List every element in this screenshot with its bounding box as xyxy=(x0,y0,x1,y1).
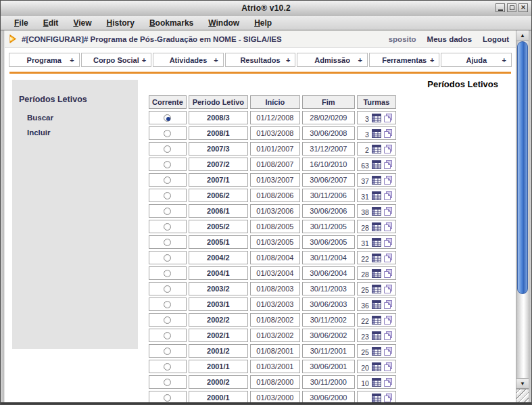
copy-icon[interactable] xyxy=(383,160,393,169)
detail-table-icon[interactable] xyxy=(372,285,381,293)
menu-edit[interactable]: Edit xyxy=(37,17,66,29)
tab-corpo-social[interactable]: Corpo Social+ xyxy=(81,53,152,67)
copy-icon[interactable] xyxy=(383,285,393,293)
tab-atividades[interactable]: Atividades+ xyxy=(153,53,224,67)
meus-dados-link[interactable]: Meus dados xyxy=(427,35,472,43)
detail-table-icon[interactable] xyxy=(372,207,381,216)
tab-expand-plus-icon[interactable]: + xyxy=(142,56,146,64)
title-bar[interactable]: Atrio® v10.2 ✕ xyxy=(1,1,531,16)
detail-table-icon[interactable] xyxy=(372,300,381,309)
sidebar-item-buscar[interactable]: Buscar xyxy=(27,114,132,122)
detail-table-icon[interactable] xyxy=(372,378,381,387)
corrente-radio[interactable] xyxy=(164,161,171,168)
corrente-radio[interactable] xyxy=(164,270,171,277)
corrente-radio[interactable] xyxy=(164,208,171,215)
copy-icon[interactable] xyxy=(383,394,393,402)
copy-icon[interactable] xyxy=(383,145,393,153)
corrente-radio[interactable] xyxy=(164,176,171,184)
detail-table-icon[interactable] xyxy=(372,191,381,200)
menu-history[interactable]: History xyxy=(100,17,141,29)
inicio-cell: 01/08/2006 xyxy=(250,189,300,202)
inicio-cell: 01/08/2007 xyxy=(250,158,300,171)
fim-cell: 30/06/2002 xyxy=(302,329,355,342)
copy-icon[interactable] xyxy=(383,222,393,231)
close-button[interactable]: ✕ xyxy=(518,3,528,12)
copy-icon[interactable] xyxy=(383,347,393,356)
detail-table-icon[interactable] xyxy=(372,254,381,262)
corrente-radio[interactable] xyxy=(164,301,171,308)
tab-expand-plus-icon[interactable]: + xyxy=(286,56,290,64)
turmas-count: 22 xyxy=(361,317,369,325)
window-frame-right xyxy=(529,30,531,402)
copy-icon[interactable] xyxy=(383,114,393,122)
copy-icon[interactable] xyxy=(383,238,393,247)
sidebar-item-incluir[interactable]: Incluir xyxy=(27,128,132,137)
copy-icon[interactable] xyxy=(383,191,393,200)
tab-ferramentas[interactable]: Ferramentas+ xyxy=(369,53,440,67)
detail-table-icon[interactable] xyxy=(372,129,381,138)
scrollbar-track[interactable] xyxy=(516,41,529,378)
corrente-radio[interactable] xyxy=(164,239,171,246)
copy-icon[interactable] xyxy=(383,316,393,325)
minimize-button[interactable] xyxy=(495,3,505,12)
tab-expand-plus-icon[interactable]: + xyxy=(70,56,74,64)
detail-table-icon[interactable] xyxy=(372,145,381,153)
detail-table-icon[interactable] xyxy=(372,222,381,231)
tab-expand-plus-icon[interactable]: + xyxy=(214,56,218,64)
tab-programa[interactable]: Programa+ xyxy=(9,53,80,67)
copy-icon[interactable] xyxy=(383,207,393,216)
menu-window[interactable]: Window xyxy=(201,17,246,29)
detail-table-icon[interactable] xyxy=(372,394,381,402)
tab-ajuda[interactable]: Ajuda+ xyxy=(441,53,512,67)
scroll-up-button[interactable]: ▲ xyxy=(516,30,529,41)
menu-view[interactable]: View xyxy=(66,17,98,29)
detail-table-icon[interactable] xyxy=(372,269,381,278)
menu-file[interactable]: File xyxy=(7,17,35,29)
tab-expand-plus-icon[interactable]: + xyxy=(358,56,362,64)
maximize-button[interactable] xyxy=(507,3,516,12)
detail-table-icon[interactable] xyxy=(372,160,381,169)
detail-table-icon[interactable] xyxy=(372,316,381,325)
detail-table-icon[interactable] xyxy=(372,347,381,356)
corrente-radio[interactable] xyxy=(164,192,171,199)
logout-link[interactable]: Logout xyxy=(483,35,509,43)
periodo-cell: 2002/2 xyxy=(189,313,248,327)
copy-icon[interactable] xyxy=(383,254,393,262)
corrente-radio[interactable] xyxy=(164,363,171,371)
detail-table-icon[interactable] xyxy=(372,362,381,371)
periods-table: Corrente Periodo Letivo Início Fim Turma… xyxy=(147,93,398,402)
corrente-radio[interactable] xyxy=(164,223,171,231)
copy-icon[interactable] xyxy=(383,176,393,185)
copy-icon[interactable] xyxy=(383,378,393,387)
corrente-radio[interactable] xyxy=(164,254,171,262)
menu-help[interactable]: Help xyxy=(247,17,279,29)
corrente-radio[interactable] xyxy=(164,316,171,324)
tab-expand-plus-icon[interactable]: + xyxy=(430,56,434,64)
menu-bookmarks[interactable]: Bookmarks xyxy=(143,17,200,29)
copy-icon[interactable] xyxy=(383,331,393,340)
table-row: 2004/1 01/03/2004 30/06/2004 28 xyxy=(149,266,396,280)
corrente-radio[interactable] xyxy=(164,285,171,293)
corrente-radio[interactable] xyxy=(164,332,171,339)
corrente-radio[interactable] xyxy=(164,130,171,137)
detail-table-icon[interactable] xyxy=(372,114,381,122)
tab-admissão[interactable]: Admissão+ xyxy=(297,53,368,67)
corrente-radio[interactable] xyxy=(164,348,171,355)
copy-icon[interactable] xyxy=(383,362,393,371)
tab-expand-plus-icon[interactable]: + xyxy=(502,56,506,64)
detail-table-icon[interactable] xyxy=(372,176,381,185)
corrente-radio[interactable] xyxy=(164,394,171,402)
copy-icon[interactable] xyxy=(383,300,393,309)
corrente-radio[interactable] xyxy=(164,114,171,122)
detail-table-icon[interactable] xyxy=(372,238,381,247)
detail-table-icon[interactable] xyxy=(372,331,381,340)
copy-icon[interactable] xyxy=(383,129,393,138)
tab-resultados[interactable]: Resultados+ xyxy=(225,53,296,67)
corrente-radio[interactable] xyxy=(164,379,171,386)
corrente-radio[interactable] xyxy=(164,145,171,153)
scroll-down-button[interactable]: ▼ xyxy=(516,378,529,389)
resize-grip[interactable] xyxy=(516,389,529,402)
scrollbar-thumb[interactable] xyxy=(517,41,528,294)
copy-icon[interactable] xyxy=(383,269,393,278)
table-row: 2006/1 01/03/2006 30/06/2006 38 xyxy=(149,204,396,218)
